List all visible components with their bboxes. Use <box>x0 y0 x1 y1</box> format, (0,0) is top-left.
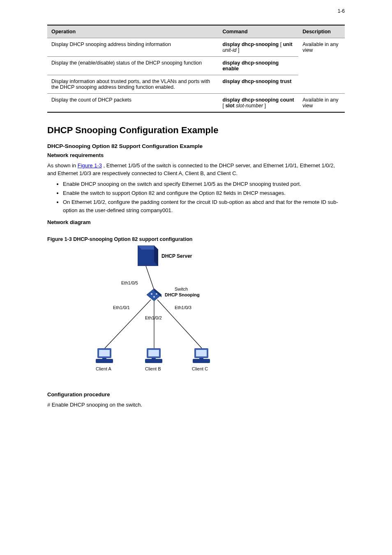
list-item: Enable the switch to support Option 82 a… <box>63 189 345 197</box>
page-number: 1-6 <box>338 8 345 14</box>
list-item: Enable DHCP snooping on the switch and s… <box>63 180 345 188</box>
th-operation: Operation <box>47 25 218 38</box>
svg-point-7 <box>151 293 152 295</box>
pc-icon <box>193 348 210 363</box>
cell-desc: Available in any view <box>298 38 345 94</box>
network-diagram: DHCP Server Eth1/0/5 Switch DHCP Snoopin… <box>88 245 220 381</box>
network-requirements-heading: Network requirements <box>47 152 345 160</box>
subsection-title: DHCP-Snooping Option 82 Support Configur… <box>47 143 345 149</box>
cell-op: Display the (enable/disable) status of t… <box>47 57 218 75</box>
svg-rect-20 <box>152 358 156 360</box>
svg-rect-14 <box>99 350 110 356</box>
operations-table: Operation Command Description Display DH… <box>47 25 345 113</box>
client-a-label: Client A <box>96 366 112 371</box>
eth1-label: Eth1/0/1 <box>113 305 130 310</box>
dhcp-server-label: DHCP Server <box>161 253 192 259</box>
cell-op: Display DHCP snooping address binding in… <box>47 38 218 57</box>
cell-op: Display information about trusted ports,… <box>47 75 218 94</box>
pc-icon <box>96 348 113 363</box>
svg-point-8 <box>156 293 157 295</box>
pc-icon <box>145 348 162 363</box>
svg-rect-3 <box>138 250 154 266</box>
th-command: Command <box>218 25 298 38</box>
figure-link[interactable]: Figure 1-3 <box>78 162 102 169</box>
client-c-label: Client C <box>192 366 208 371</box>
switch-snooping-label: DHCP Snooping <box>165 292 200 297</box>
cell-desc: Available in any view <box>298 94 345 113</box>
cell-op: Display the count of DHCP packets <box>47 94 218 113</box>
table-row: Display the count of DHCP packets displa… <box>47 94 345 113</box>
table-row: Display DHCP snooping address binding in… <box>47 38 345 57</box>
switch-label: Switch <box>175 287 188 291</box>
cell-cmd: display dhcp-snooping count [ slot slot-… <box>218 94 298 113</box>
th-description: Description <box>298 25 345 38</box>
svg-rect-18 <box>148 350 159 356</box>
network-diagram-heading: Network diagram <box>47 219 345 227</box>
nr-prefix: As shown in <box>47 162 78 169</box>
svg-rect-16 <box>102 358 106 360</box>
cell-cmd: display dhcp-snooping trust <box>218 75 298 94</box>
eth2-label: Eth1/0/2 <box>145 315 162 320</box>
figure-caption: Figure 1-3 DHCP-snooping Option 82 suppo… <box>47 236 345 242</box>
network-requirements-text: As shown in Figure 1-3 , Ethernet 1/0/5 … <box>47 162 345 178</box>
client-b-label: Client B <box>145 366 161 371</box>
cell-cmd: display dhcp-snooping [ unit unit-id ] <box>218 38 298 57</box>
svg-point-9 <box>153 296 155 298</box>
svg-line-4 <box>146 266 154 290</box>
section-title: DHCP Snooping Configuration Example <box>47 125 345 136</box>
eth5-label: Eth1/0/5 <box>121 280 138 285</box>
svg-rect-22 <box>196 350 207 356</box>
config-procedure-heading: Configuration procedure <box>47 391 345 399</box>
server-icon <box>138 245 158 266</box>
eth3-label: Eth1/0/3 <box>175 305 191 310</box>
list-item: On Ethernet 1/0/2, configure the padding… <box>63 198 345 215</box>
switch-icon <box>147 289 161 301</box>
config-step: # Enable DHCP snooping on the switch. <box>47 401 345 409</box>
svg-rect-24 <box>199 358 203 360</box>
cell-cmd: display dhcp-snooping enable <box>218 57 298 75</box>
requirements-list: Enable DHCP snooping on the switch and s… <box>47 180 345 215</box>
